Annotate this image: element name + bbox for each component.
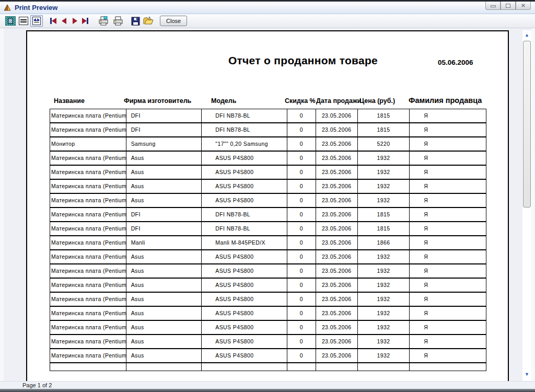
table-cell: ASUS P4S800 <box>202 321 287 334</box>
table-row: МониторSamsung"17"" 0,20 Samsung023.05.2… <box>50 137 486 151</box>
save-report-button[interactable] <box>131 17 140 26</box>
table-cell: 0 <box>287 321 316 334</box>
table-cell: Материнска плата (Pentium 4) <box>50 279 126 292</box>
table-cell: 0 <box>287 307 316 320</box>
zoom-page-width-button[interactable] <box>19 17 28 25</box>
column-header-manufacturer: Фирма изготовитель <box>124 97 191 105</box>
table-row: Материнска плата (Pentium 4)AsusASUS P4S… <box>50 292 486 306</box>
table-cell: Asus <box>126 307 202 320</box>
table-cell: 0 <box>287 349 316 362</box>
table-cell: ASUS P4S800 <box>202 307 287 320</box>
table-cell: Asus <box>126 250 202 263</box>
table-cell: Я <box>410 180 486 193</box>
column-header-price: Цена (руб.) <box>359 97 395 105</box>
save-icon <box>131 17 140 26</box>
vertical-scrollbar[interactable]: ▲ ▼ <box>522 30 531 381</box>
table-row: Материнска плата (Pentium 4)AsusASUS P4S… <box>50 335 486 349</box>
table-cell: Asus <box>126 152 202 165</box>
table-row: Материнска плата (Pentium 4)AsusASUS P4S… <box>50 306 486 320</box>
table-cell: Я <box>410 152 486 165</box>
table-cell: Asus <box>126 335 202 348</box>
table-cell: 1932 <box>358 279 410 292</box>
table-cell: 1815 <box>358 123 410 136</box>
app-pyramid-icon <box>3 4 11 12</box>
minimize-button[interactable] <box>485 2 501 10</box>
table-cell: 1932 <box>358 166 410 179</box>
table-cell: Материнска плата (Pentium 4) <box>50 180 126 193</box>
table-cell: Монитор <box>50 137 126 151</box>
table-cell: "17"" 0,20 Samsung <box>202 137 287 151</box>
table-cell: 1815 <box>358 208 410 221</box>
next-page-button[interactable] <box>73 18 77 24</box>
table-cell: 23.05.2006 <box>316 264 358 278</box>
table-cell: 0 <box>287 250 316 263</box>
table-cell: 0 <box>287 166 316 179</box>
maximize-button[interactable] <box>501 2 516 10</box>
close-window-button[interactable]: ✕ <box>516 2 531 10</box>
previous-page-button[interactable] <box>62 18 66 24</box>
table-cell: 23.05.2006 <box>316 279 358 292</box>
scroll-down-icon[interactable]: ▼ <box>522 371 531 378</box>
column-header-discount: Скидка % <box>285 97 316 105</box>
table-cell: 0 <box>287 123 316 136</box>
table-cell: Я <box>410 293 486 306</box>
table-cell <box>50 363 126 371</box>
table-cell: 23.05.2006 <box>316 152 358 165</box>
table-cell: Материнска плата (Pentium 4) <box>50 250 126 263</box>
table-cell: Я <box>410 208 486 221</box>
table-cell: 1866 <box>358 236 410 249</box>
scrollbar-thumb[interactable] <box>523 41 531 207</box>
close-preview-button[interactable]: Close <box>160 16 187 26</box>
table-cell: 23.05.2006 <box>316 137 358 151</box>
table-cell: 23.05.2006 <box>316 109 358 122</box>
table-cell: Материнска плата (Pentium 4) <box>50 236 126 249</box>
table-cell: Материнска плата (Pentium 4) <box>50 152 126 165</box>
report-page: Отчет о проданном товаре 05.06.2006 Назв… <box>26 30 509 381</box>
printer-setup-button[interactable] <box>98 16 109 26</box>
table-cell: 0 <box>287 208 316 221</box>
table-cell: Материнска плата (Pentium 4) <box>50 335 126 348</box>
table-cell: 1932 <box>358 349 410 362</box>
zoom-whole-page-button[interactable] <box>5 16 16 26</box>
table-cell: 0 <box>287 194 316 207</box>
zoom-100-percent-button[interactable] <box>30 15 43 27</box>
last-page-button[interactable] <box>82 18 88 24</box>
table-cell: 23.05.2006 <box>316 293 358 306</box>
titlebar[interactable]: Print Preview ✕ <box>0 2 535 14</box>
table-cell: 23.05.2006 <box>316 180 358 193</box>
zoom-100-percent-icon <box>32 17 41 25</box>
table-cell: Я <box>410 279 486 292</box>
table-cell: 1815 <box>358 109 410 122</box>
table-cell: 1932 <box>358 321 410 334</box>
table-row: Материнска плата (Pentium 4)DFIDFI NB78-… <box>50 222 486 236</box>
column-header-name: Название <box>54 97 85 105</box>
table-cell: Я <box>410 349 486 362</box>
printer-setup-icon <box>98 16 109 26</box>
scroll-up-icon[interactable]: ▲ <box>522 31 531 39</box>
table-cell: ASUS P4S800 <box>202 293 287 306</box>
print-button[interactable] <box>112 16 124 26</box>
table-cell: Материнска плата (Pentium 4) <box>50 166 126 179</box>
table-cell: 1932 <box>358 293 410 306</box>
table-cell: Я <box>410 250 486 263</box>
table-cell: 23.05.2006 <box>316 321 358 334</box>
last-page-icon <box>82 18 87 24</box>
table-cell: ASUS P4S800 <box>202 279 287 292</box>
table-cell: ASUS P4S800 <box>202 180 287 193</box>
table-cell: Материнска плата (Pentium 4) <box>50 123 126 136</box>
table-cell <box>287 363 316 371</box>
first-page-button[interactable] <box>50 18 56 24</box>
table-cell: Asus <box>126 194 202 207</box>
column-header-seller: Фамилия продавца <box>409 96 482 105</box>
table-cell: DFI <box>126 208 202 221</box>
table-cell: Manli M-845PED/X <box>202 236 287 249</box>
table-cell: 23.05.2006 <box>316 194 358 207</box>
table-cell: Материнска плата (Pentium 4) <box>50 349 126 362</box>
report-table: Материнска плата (Pentium 4)DFIDFI NB78-… <box>50 109 486 371</box>
table-row: Материнска плата (Pentium 4)AsusASUS P4S… <box>50 250 486 264</box>
table-cell: DFI NB78-BL <box>202 109 287 122</box>
load-report-button[interactable] <box>143 17 154 25</box>
table-cell: 0 <box>287 152 316 165</box>
table-cell: ASUS P4S800 <box>202 166 287 179</box>
table-cell: Материнска плата (Pentium 4) <box>50 208 126 221</box>
